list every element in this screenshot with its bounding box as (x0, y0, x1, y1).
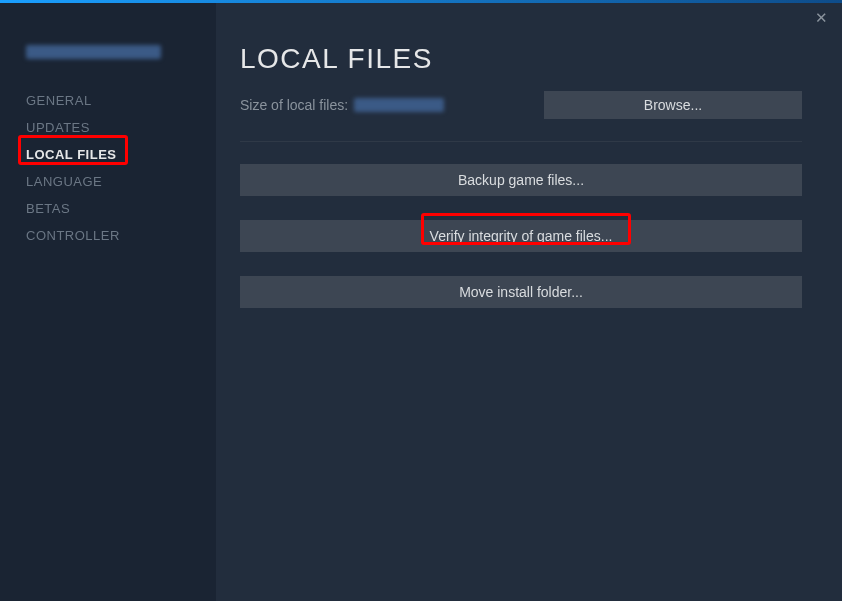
sidebar-item-betas[interactable]: BETAS (0, 195, 216, 222)
page-title: LOCAL FILES (240, 43, 802, 75)
sidebar-item-updates[interactable]: UPDATES (0, 114, 216, 141)
sidebar-item-controller[interactable]: CONTROLLER (0, 222, 216, 249)
sidebar-item-local-files[interactable]: LOCAL FILES (0, 141, 216, 168)
sidebar-item-general[interactable]: GENERAL (0, 87, 216, 114)
move-install-folder-button[interactable]: Move install folder... (240, 276, 802, 308)
sidebar-item-language[interactable]: LANGUAGE (0, 168, 216, 195)
sidebar: GENERAL UPDATES LOCAL FILES LANGUAGE BET… (0, 3, 216, 601)
backup-game-files-button[interactable]: Backup game files... (240, 164, 802, 196)
game-title-redacted (26, 45, 161, 59)
verify-integrity-button[interactable]: Verify integrity of game files... (240, 220, 802, 252)
main-panel: LOCAL FILES Size of local files: Browse.… (216, 3, 842, 601)
browse-button[interactable]: Browse... (544, 91, 802, 119)
size-row: Size of local files: Browse... (240, 91, 802, 142)
app-container: GENERAL UPDATES LOCAL FILES LANGUAGE BET… (0, 3, 842, 601)
size-value-redacted (354, 98, 444, 112)
close-icon[interactable]: ✕ (815, 10, 828, 25)
size-label: Size of local files: (240, 97, 348, 113)
